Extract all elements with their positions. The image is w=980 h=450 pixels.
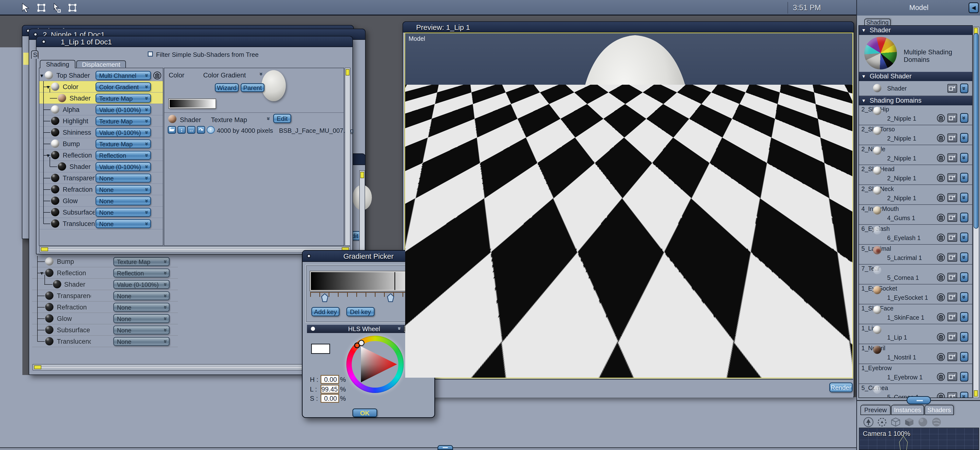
tree-row[interactable]: ShininessValue (0-100%)»	[39, 127, 163, 138]
jump-to-shader-icon[interactable]	[947, 133, 957, 142]
global-shader-row[interactable]: Shader »	[859, 81, 972, 96]
tree-row[interactable]: ShaderValue (0-100%)»	[39, 161, 163, 172]
flip-horizontal-icon[interactable]: ↔	[187, 126, 196, 134]
window-titlebar[interactable]: 1_Lip 1 of Doc1	[36, 36, 353, 47]
window-close-widget-icon[interactable]	[33, 33, 37, 36]
delete-domain-shader-icon[interactable]	[937, 293, 945, 301]
expand-shader-button[interactable]: »	[960, 173, 968, 182]
delete-domain-shader-icon[interactable]	[937, 154, 945, 162]
shading-domain-item[interactable]: 1_Nostril1_Nostril 1»	[859, 344, 972, 364]
collapse-triangle-icon[interactable]: ▼	[861, 28, 866, 33]
delete-domain-shader-icon[interactable]	[937, 353, 945, 361]
shader-type-dropdown[interactable]: None»	[95, 174, 151, 182]
shading-domain-item[interactable]: 1_Lip1_Lip 1»	[859, 324, 972, 344]
tab-shading-sliver[interactable]: Shading	[31, 51, 38, 59]
shader-type-dropdown[interactable]: None»	[113, 291, 170, 300]
tab-preview[interactable]: Preview	[861, 405, 891, 415]
dialog-titlebar[interactable]: Gradient Picker	[302, 250, 435, 262]
wireframe-cube-icon[interactable]	[890, 417, 901, 428]
chevron-down-icon[interactable]: »	[396, 327, 402, 330]
tree-row[interactable]: Subsurface :None»	[32, 324, 178, 336]
section-shading-domains[interactable]: ▼ Shading Domains	[859, 96, 972, 105]
expand-shader-button[interactable]: »	[960, 273, 968, 282]
expand-shader-button[interactable]: »	[960, 153, 968, 163]
shader-type-dropdown[interactable]: Texture Map»	[113, 257, 170, 266]
edit-button[interactable]: Edit	[273, 114, 291, 123]
direct-select-tool[interactable]	[51, 2, 62, 13]
window-close-widget-icon[interactable]	[42, 40, 46, 44]
chevron-down-icon[interactable]: »	[258, 72, 265, 76]
filter-subshaders-checkbox[interactable]	[148, 51, 153, 57]
expand-shader-button[interactable]: »	[960, 193, 968, 203]
shader-type-dropdown[interactable]: Reflection»	[113, 268, 170, 277]
shader-type-dropdown[interactable]: Texture Map»	[95, 94, 151, 103]
shading-domain-item[interactable]: 5_Lacrimal5_Lacrimal 1»	[859, 245, 972, 265]
vertical-scrollbar[interactable]	[345, 68, 350, 246]
tab-shaders[interactable]: Shaders	[924, 405, 954, 415]
shader-type-dropdown[interactable]: None»	[95, 219, 151, 228]
shader-type-dropdown[interactable]: Value (0-100%)»	[95, 162, 151, 171]
collapse-triangle-icon[interactable]: ▼	[861, 98, 866, 103]
delete-domain-shader-icon[interactable]	[937, 134, 945, 142]
jump-to-shader-icon[interactable]	[947, 84, 957, 93]
del-key-button[interactable]: Del key	[346, 307, 375, 316]
drop-object-icon[interactable]	[863, 417, 874, 428]
jump-to-shader-icon[interactable]	[947, 372, 957, 381]
color-type-value[interactable]: Color Gradient	[203, 71, 246, 79]
ok-button[interactable]: OK	[352, 409, 377, 417]
rotate-icon[interactable]: ↷	[197, 126, 205, 134]
sidebar-splitter-handle[interactable]	[907, 396, 931, 404]
expand-shader-button[interactable]: »	[960, 84, 968, 93]
gradient-key-handle-selected[interactable]	[387, 293, 394, 302]
jump-to-shader-icon[interactable]	[947, 213, 957, 222]
tree-row[interactable]: ▼ColorColor Gradient»	[39, 81, 163, 92]
domain-list-scrollbar[interactable]	[973, 27, 979, 398]
wizard-button[interactable]: Wizard	[215, 83, 239, 92]
tree-row[interactable]: AlphaValue (0-100%)»	[39, 104, 163, 115]
window-preview[interactable]: Preview: 1_Lip 1	[402, 21, 854, 397]
tree-row[interactable]: ▼ReflectionReflection»	[39, 149, 163, 161]
window-lip1-doc1[interactable]: 1_Lip 1 of Doc1 Filter Simple Sub-Shader…	[36, 36, 353, 254]
shading-domain-item[interactable]: 2_SkinHead2_Nipple 1»	[859, 165, 972, 185]
rect-marquee-tool[interactable]	[36, 2, 47, 13]
shader-type-dropdown[interactable]: None»	[113, 325, 170, 334]
delete-domain-shader-icon[interactable]	[937, 254, 945, 261]
shader-type-dropdown[interactable]: Value (0-100%)»	[95, 128, 151, 137]
jump-to-shader-icon[interactable]	[947, 253, 957, 261]
scrollbar-cap[interactable]	[360, 172, 364, 178]
shader-type-dropdown[interactable]: None»	[113, 303, 170, 312]
tree-row[interactable]: RefractionNone»	[39, 184, 163, 195]
color-gradient-swatch[interactable]	[169, 99, 216, 108]
jump-to-shader-icon[interactable]	[947, 114, 957, 122]
expand-shader-button[interactable]: »	[960, 233, 968, 242]
scrollbar-cap[interactable]	[34, 365, 41, 369]
expander-triangle-icon[interactable]: ▼	[39, 73, 44, 79]
open-file-icon[interactable]	[168, 126, 176, 134]
color-picker-header[interactable]: HLS Wheel »	[307, 325, 421, 333]
shader-type-dropdown[interactable]: Value (0-100%)»	[95, 105, 151, 114]
expand-shader-button[interactable]: »	[960, 212, 968, 222]
gradient-bar[interactable]	[310, 271, 422, 291]
collapse-sidebar-button[interactable]: ◀	[969, 2, 979, 13]
tree-row[interactable]: TranslucencNone»	[32, 336, 178, 347]
tree-row[interactable]: BumpTexture Map»	[39, 138, 163, 149]
shading-domain-item[interactable]: 2_SkinHip2_Nipple 1»	[859, 105, 972, 125]
parent-button[interactable]: Parent	[240, 83, 264, 92]
jump-to-shader-icon[interactable]	[947, 333, 957, 341]
delete-domain-shader-icon[interactable]	[937, 174, 945, 182]
jump-to-shader-icon[interactable]	[947, 352, 957, 361]
expand-shader-button[interactable]: »	[960, 332, 968, 342]
shading-domain-item[interactable]: 1_SkinFace1_SkinFace 1»	[859, 304, 972, 324]
shader-type-dropdown[interactable]: Color Gradient»	[95, 82, 151, 91]
lightness-field[interactable]: 99.45	[321, 385, 339, 393]
gradient-key-handle[interactable]	[321, 293, 328, 302]
chevron-down-icon[interactable]: »	[265, 117, 272, 120]
shading-domain-item[interactable]: 1_Eyebrow1_Eyebrow 1»	[859, 364, 972, 384]
delete-domain-shader-icon[interactable]	[937, 233, 945, 242]
tree-row[interactable]: TranslucencNone»	[39, 218, 163, 229]
jump-to-shader-icon[interactable]	[947, 154, 957, 162]
scrollbar-thumb[interactable]	[974, 33, 978, 229]
shader-type-dropdown[interactable]: None»	[113, 314, 170, 323]
shader-type-dropdown[interactable]: None»	[95, 208, 151, 217]
delete-domain-shader-icon[interactable]	[937, 194, 945, 202]
